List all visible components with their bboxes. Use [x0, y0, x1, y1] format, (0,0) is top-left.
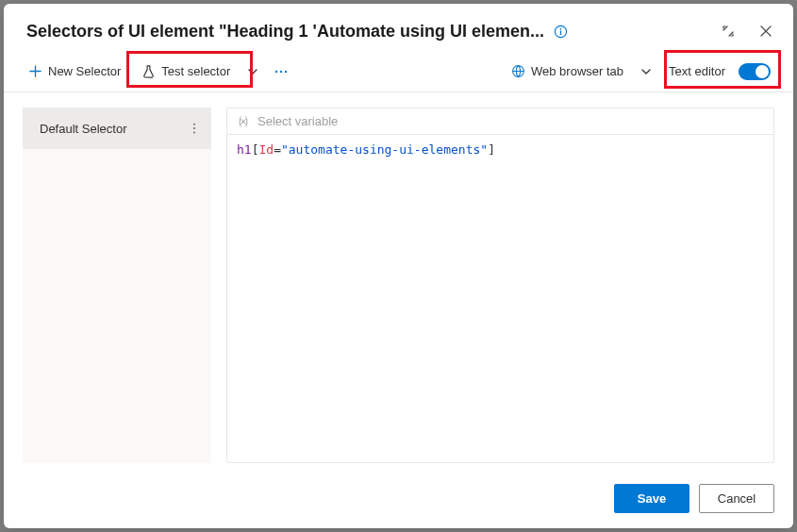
window-title: Selectors of UI element "Heading 1 'Auto…: [26, 22, 544, 42]
body: Default Selector Select variable h1[Id="…: [4, 92, 793, 473]
selector-editor: Select variable h1[Id="automate-using-ui…: [226, 108, 774, 463]
text-editor-toggle[interactable]: Text editor: [659, 58, 774, 86]
new-selector-button[interactable]: New Selector: [19, 58, 130, 84]
selector-builder-window: Selectors of UI element "Heading 1 'Auto…: [4, 4, 793, 528]
chevron-down-icon: [640, 66, 652, 77]
test-selector-dropdown[interactable]: [241, 60, 264, 83]
info-icon[interactable]: [554, 25, 568, 39]
globe-icon: [511, 64, 525, 78]
selectors-sidebar: Default Selector: [23, 108, 211, 463]
test-selector-button[interactable]: Test selector: [132, 58, 240, 84]
code-attr: Id: [258, 142, 274, 157]
variable-icon: [237, 115, 250, 128]
selector-code-area[interactable]: h1[Id="automate-using-ui-elements"]: [227, 135, 773, 462]
code-tag: h1: [237, 142, 252, 157]
svg-point-1: [560, 27, 562, 29]
svg-point-9: [193, 131, 195, 133]
toolbar: New Selector Test selector Web browser t…: [4, 51, 793, 92]
svg-point-4: [280, 70, 282, 72]
svg-point-5: [285, 70, 287, 72]
titlebar: Selectors of UI element "Heading 1 'Auto…: [4, 4, 793, 51]
test-selector-label: Test selector: [161, 64, 230, 78]
web-browser-tab-dropdown[interactable]: [635, 60, 657, 83]
variable-picker[interactable]: Select variable: [227, 108, 773, 135]
close-icon[interactable]: [750, 17, 782, 45]
resize-diagonal-icon[interactable]: [712, 17, 744, 45]
more-actions-button[interactable]: [266, 58, 296, 85]
cancel-button[interactable]: Cancel: [699, 484, 774, 513]
selector-item-default[interactable]: Default Selector: [23, 108, 211, 149]
selector-item-actions-button[interactable]: [185, 117, 204, 140]
variable-placeholder: Select variable: [257, 114, 338, 128]
plus-icon: [28, 64, 42, 78]
svg-rect-2: [560, 30, 561, 35]
code-attr-value: automate-using-ui-elements: [289, 142, 481, 157]
more-horizontal-icon: [274, 64, 289, 79]
chevron-down-icon: [247, 66, 258, 77]
new-selector-label: New Selector: [48, 64, 121, 78]
web-browser-tab-button[interactable]: Web browser tab: [502, 58, 633, 84]
svg-point-8: [193, 127, 195, 129]
footer: Save Cancel: [4, 473, 793, 528]
selector-item-label: Default Selector: [40, 122, 127, 136]
save-button[interactable]: Save: [614, 484, 689, 513]
web-browser-tab-label: Web browser tab: [531, 64, 623, 78]
flask-icon: [141, 64, 156, 78]
toggle-switch-on-icon: [739, 63, 771, 80]
svg-point-3: [275, 70, 277, 72]
text-editor-label: Text editor: [669, 64, 725, 78]
svg-point-7: [193, 124, 195, 125]
